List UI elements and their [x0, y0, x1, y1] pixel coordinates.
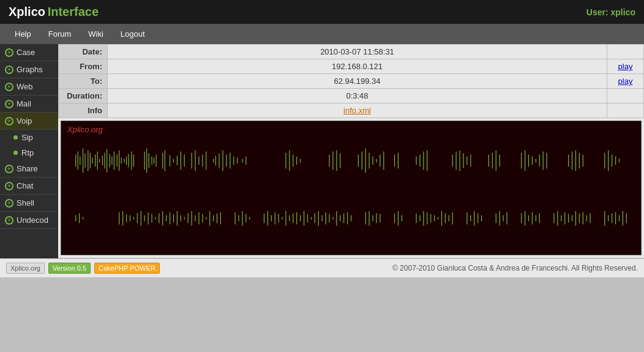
play-cell-empty1 [607, 45, 644, 59]
user-name: xplico [611, 7, 635, 17]
logo-interface: Interface [48, 5, 99, 18]
from-value: 192.168.0.121 [108, 59, 607, 74]
watermark: Xplico.org [67, 125, 103, 134]
sidebar-item-label: Mail [17, 99, 31, 108]
user-info: User: xplico [586, 7, 635, 17]
nav-help[interactable]: Help [6, 24, 40, 44]
sidebar-subitem-rtp[interactable]: Rtp [0, 145, 58, 160]
sidebar-item-shell[interactable]: Shell [0, 195, 58, 212]
sip-bullet [13, 135, 18, 140]
info-label: Info [59, 103, 108, 118]
sidebar-item-case[interactable]: Case [0, 44, 58, 61]
from-label: From: [59, 59, 108, 74]
sidebar-item-graphs[interactable]: Graphs [0, 61, 58, 78]
case-icon [5, 48, 13, 57]
duration-label: Duration: [59, 89, 108, 103]
play-link-2[interactable]: play [607, 74, 644, 89]
footer-badges: Xplico.org Version 0.5 CakePHP POWER [6, 263, 160, 274]
to-value: 62.94.199.34 [108, 74, 607, 89]
sidebar-item-label: Undecod [17, 215, 48, 225]
sidebar-item-chat[interactable]: Chat [0, 178, 58, 195]
main-content: Date: 2010-03-07 11:58:31 From: 192.168.… [58, 44, 644, 258]
badge-xplico: Xplico.org [6, 263, 45, 274]
info-value[interactable]: info.xml [108, 103, 607, 118]
sidebar-item-label: Case [17, 48, 35, 57]
waveform-container: Xplico.org [61, 121, 642, 255]
share-icon [5, 165, 13, 173]
rtp-label: Rtp [21, 148, 34, 157]
info-xml-link[interactable]: info.xml [343, 106, 371, 115]
rtp-bullet [13, 151, 18, 155]
play-cell-empty2 [607, 89, 644, 103]
sidebar: Case Graphs Web Mail Voip Sip Rtp Share [0, 44, 58, 258]
date-label: Date: [59, 45, 108, 59]
footer: Xplico.org Version 0.5 CakePHP POWER © 2… [0, 258, 644, 277]
badge-cakephp: CakePHP POWER [94, 263, 160, 274]
play-button-1[interactable]: play [618, 62, 633, 71]
info-table: Date: 2010-03-07 11:58:31 From: 192.168.… [58, 44, 644, 118]
nav-logout[interactable]: Logout [112, 24, 154, 44]
sidebar-item-web[interactable]: Web [0, 78, 58, 95]
badge-version: Version 0.5 [48, 263, 91, 274]
sidebar-item-label: Voip [17, 116, 32, 125]
sidebar-item-label: Chat [17, 181, 33, 190]
duration-value: 0:3:48 [108, 89, 607, 103]
play-cell-empty3 [607, 103, 644, 118]
waveform-svg [61, 121, 641, 255]
nav-forum[interactable]: Forum [40, 24, 80, 44]
graphs-icon [5, 66, 13, 74]
layout: Case Graphs Web Mail Voip Sip Rtp Share [0, 44, 644, 258]
logo: Xplico Interface [9, 5, 99, 19]
user-label: User: [586, 7, 608, 17]
sip-label: Sip [21, 133, 33, 142]
sidebar-item-label: Share [17, 164, 38, 173]
play-button-2[interactable]: play [618, 77, 633, 86]
undecod-icon [5, 216, 13, 225]
sidebar-item-undecod[interactable]: Undecod [0, 212, 58, 229]
nav-wiki[interactable]: Wiki [80, 24, 112, 44]
mail-icon [5, 100, 13, 108]
shell-icon [5, 199, 13, 208]
logo-xplico: Xplico [9, 5, 45, 18]
chat-icon [5, 182, 13, 190]
sidebar-item-label: Shell [17, 198, 34, 208]
web-icon [5, 83, 13, 91]
sidebar-item-label: Graphs [17, 65, 43, 74]
sidebar-item-voip[interactable]: Voip [0, 113, 58, 130]
sidebar-item-mail[interactable]: Mail [0, 95, 58, 113]
sidebar-item-label: Web [17, 82, 33, 91]
date-value: 2010-03-07 11:58:31 [108, 45, 607, 59]
header: Xplico Interface User: xplico [0, 0, 644, 24]
voip-icon [5, 117, 13, 125]
play-link-1[interactable]: play [607, 59, 644, 74]
sidebar-item-share[interactable]: Share [0, 160, 58, 178]
to-label: To: [59, 74, 108, 89]
copyright: © 2007-2010 Gianluca Costa & Andrea de F… [392, 264, 638, 272]
sidebar-subitem-sip[interactable]: Sip [0, 130, 58, 145]
navbar: Help Forum Wiki Logout [0, 24, 644, 44]
